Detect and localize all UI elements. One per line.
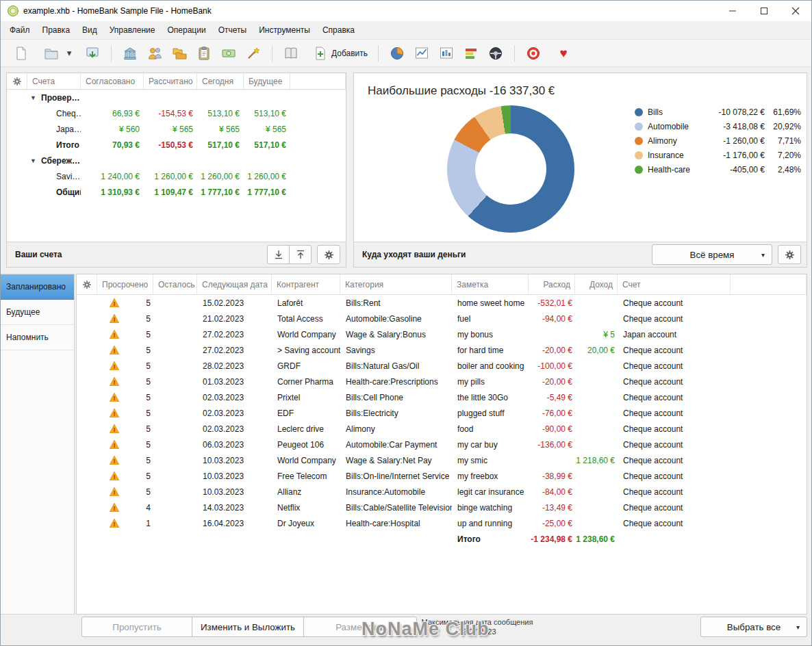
account-row[interactable]: ▼Savi… 1 240,00 € 1 260,00 € 1 260,00 € … [7,168,346,184]
maximize-icon [760,7,768,15]
column-header-accounts[interactable]: Счета [27,73,81,89]
edit-and-post-button[interactable]: Изменить и Выложить [192,617,304,637]
column-header-remaining[interactable]: Осталось [153,274,197,294]
donate-button[interactable]: ♥ [551,42,576,65]
scheduled-tab[interactable]: Напомнить [1,325,74,350]
scheduled-row[interactable]: ! 5 10.03.2023 World Company Wage & Sala… [77,452,807,468]
next-date: 27.02.2023 [197,346,272,355]
scheduled-row[interactable]: ! 5 01.03.2023 Corner Pharma Health-care… [77,374,807,389]
warning-icon: ! [110,361,119,370]
svg-text:!: ! [114,348,116,354]
account-row[interactable]: ▼Общий… 1 310,93 € 1 109,47 € 1 777,10 €… [7,184,346,200]
manage-payees-button[interactable] [142,42,167,65]
expand-all-button[interactable] [267,245,290,264]
scheduled-row[interactable]: ! 5 27.02.2023 > Saving account Savings … [77,342,807,358]
column-header-today[interactable]: Сегодня [197,73,244,89]
account: Cheque account [618,361,731,371]
scheduled-row[interactable]: ! 1 16.04.2023 Dr Joyeux Health-care:Hos… [77,515,807,531]
expense-amount: -100,00 € [529,361,575,371]
show-transactions-button[interactable] [279,42,303,65]
account-row[interactable]: ▼Провер… [7,90,346,105]
chart-settings-button[interactable] [778,245,801,264]
add-transaction-button[interactable]: Добавить [309,42,372,65]
accounts-column-config-button[interactable] [7,73,27,89]
expander-icon[interactable]: ▼ [30,94,38,101]
menu-item[interactable]: Инструменты [253,22,316,38]
scheduled-row[interactable]: ! 5 27.02.2023 World Company Wage & Sala… [77,326,807,342]
column-header-account[interactable]: Счет [618,274,731,294]
time-range-select[interactable]: Всё время ▾ [652,244,772,265]
manage-archives-button[interactable] [192,42,216,65]
column-header-category[interactable]: Категория [340,274,452,294]
column-header-payee[interactable]: Контрагент [272,274,340,294]
column-header-nextdate[interactable]: Следующая дата [197,274,272,294]
scheduled-tab[interactable]: Запланировано [1,274,74,300]
menu-item[interactable]: Правка [36,22,77,38]
scheduled-row[interactable]: ! 5 10.03.2023 Allianz Insurance:Automob… [77,484,807,500]
scheduled-row[interactable]: ! 5 02.03.2023 Leclerc drive Alimony foo… [77,421,807,437]
scheduled-row[interactable]: ! 5 06.03.2023 Peugeot 106 Automobile:Ca… [77,437,807,452]
account-row[interactable]: ▼Итого 70,93 € -150,53 € 517,10 € 517,10… [7,137,346,153]
memo: plugged stuff [452,409,529,418]
new-file-button[interactable] [9,42,34,65]
scheduled-row[interactable]: ! 5 02.03.2023 EDF Bills:Electricity plu… [77,405,807,421]
open-file-button[interactable] [39,42,64,65]
column-header-expense[interactable]: Расход [529,274,575,294]
menu-item[interactable]: Отчеты [212,22,253,38]
expander-icon[interactable]: ▼ [30,157,38,164]
menu-item[interactable]: Управление [103,22,162,38]
category: Automobile:Gasoline [340,314,452,324]
scheduled-tab[interactable]: Будущее [1,300,74,325]
open-recent-dropdown-button[interactable]: ▾ [64,42,75,65]
skip-button[interactable]: Пропустить [81,617,192,637]
scheduled-row[interactable]: ! 5 28.02.2023 GRDF Bills:Natural Gas/Oi… [77,358,807,374]
save-button[interactable] [80,42,105,65]
account-row[interactable]: ▼Cheq… 66,93 € -154,53 € 513,10 € 513,10… [7,105,346,121]
manage-accounts-button[interactable] [118,42,142,65]
column-header-overdue[interactable]: Просрочено [97,274,153,294]
balance-report-button[interactable] [434,42,459,65]
maximize-button[interactable] [748,1,780,21]
trendtime-report-button[interactable] [409,42,434,65]
menu-item[interactable]: Вид [76,22,103,38]
new-file-icon [14,46,29,61]
manage-categories-button[interactable] [167,42,192,65]
legend-amount: -1 260,00 € [703,136,765,146]
scheduled-row[interactable]: ! 5 21.02.2023 Total Access Automobile:G… [77,311,807,326]
account-cleared-amount: 1 260,00 € [144,172,197,181]
manage-currencies-button[interactable] [216,42,241,65]
legend-percent: 2,48% [768,165,801,175]
scheduled-row[interactable]: ! 5 10.03.2023 Free Telecom Bills:On-lin… [77,468,807,484]
collapse-all-button[interactable] [289,245,312,264]
expense-amount: -20,00 € [529,346,575,355]
column-header-reconciled[interactable]: Согласовано [81,73,144,89]
column-header-future[interactable]: Будущее [244,73,290,89]
scheduled-row[interactable]: ! 5 15.02.2023 Laforêt Bills:Rent home s… [77,295,807,311]
select-all-button[interactable]: Выбрать все ▾ [700,617,807,637]
scheduled-row[interactable]: ! 4 14.03.2023 Netflix Bills:Cable/Satel… [77,500,807,515]
column-header-cleared[interactable]: Рассчитано [144,73,197,89]
manage-assignments-button[interactable] [241,42,266,65]
expense-amount: -532,01 € [529,298,575,308]
menu-item[interactable]: Файл [3,22,36,38]
next-date: 02.03.2023 [197,409,272,418]
column-header-memo[interactable]: Заметка [452,274,529,294]
menu-item[interactable]: Справка [316,22,361,38]
account-row[interactable]: ▼Сбереж… [7,153,346,168]
column-header-income[interactable]: Доход [575,274,618,294]
budget-report-button[interactable] [459,42,483,65]
statistics-report-button[interactable] [385,42,409,65]
accounts-pane: Счета Согласовано Рассчитано Сегодня Буд… [6,73,346,268]
vehicle-cost-button[interactable] [483,42,508,65]
category: Bills:Cable/Satellite Television [340,503,452,513]
expense-amount: -38,99 € [529,471,575,481]
menu-item[interactable]: Операции [162,22,212,38]
help-button[interactable] [521,42,546,65]
accounts-settings-button[interactable] [317,245,340,264]
close-button[interactable] [780,1,811,21]
scheduled-row[interactable]: ! 5 02.03.2023 Prixtel Bills:Cell Phone … [77,389,807,405]
minimize-button[interactable] [717,1,748,21]
account-row[interactable]: ▼Japa… ¥ 560 ¥ 565 ¥ 565 ¥ 565 [7,121,346,137]
account: Cheque account [618,409,731,418]
scheduled-column-config-button[interactable] [77,274,97,294]
